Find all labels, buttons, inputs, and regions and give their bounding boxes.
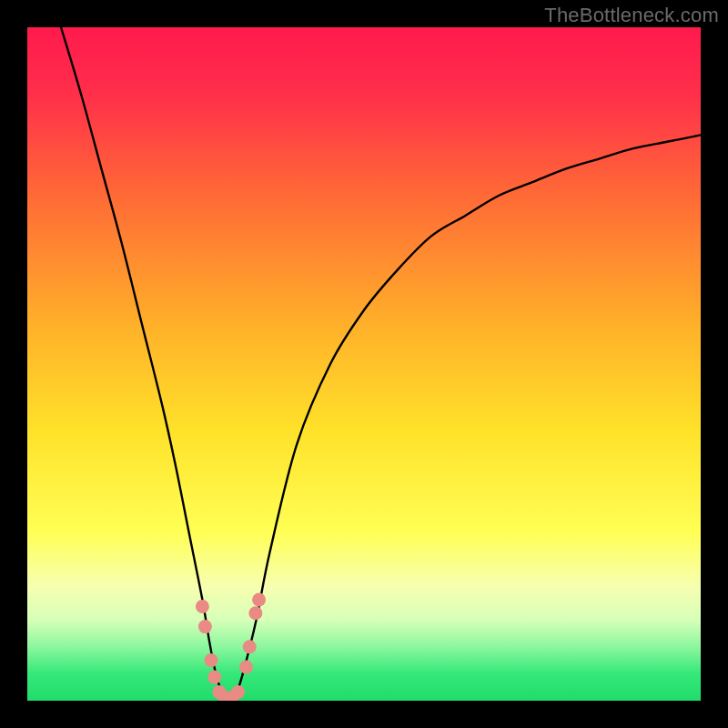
plot-area bbox=[27, 27, 701, 701]
curve-marker bbox=[231, 685, 245, 699]
bottleneck-chart bbox=[27, 27, 701, 701]
curve-marker bbox=[239, 661, 253, 674]
gradient-background bbox=[27, 27, 701, 701]
chart-frame: TheBottleneck.com bbox=[0, 0, 728, 728]
curve-marker bbox=[198, 620, 212, 633]
curve-marker bbox=[252, 593, 266, 607]
curve-marker bbox=[243, 640, 257, 653]
curve-marker bbox=[196, 600, 209, 613]
curve-marker bbox=[205, 653, 218, 667]
curve-marker bbox=[207, 671, 221, 684]
curve-marker bbox=[248, 606, 262, 620]
watermark-text: TheBottleneck.com bbox=[544, 4, 719, 27]
